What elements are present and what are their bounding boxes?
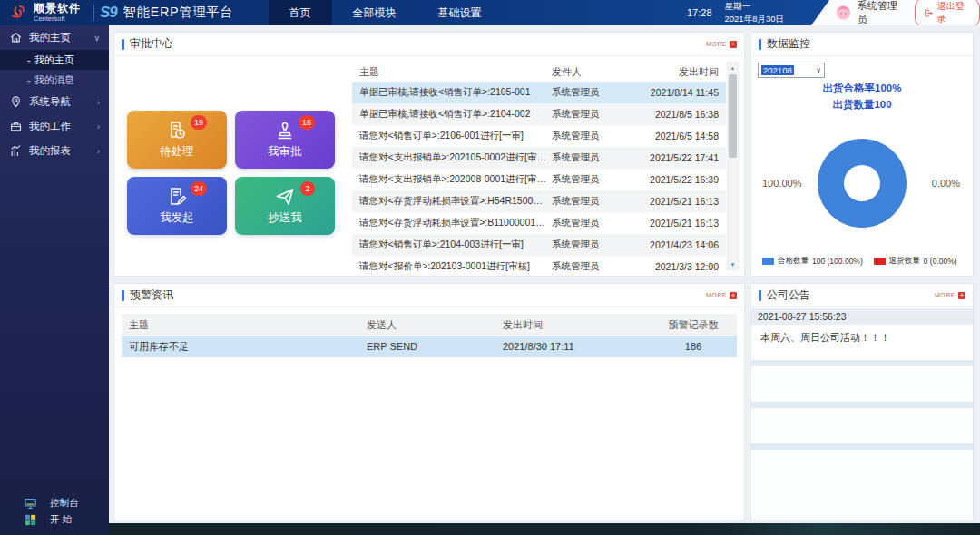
tile-my-approvals[interactable]: 我审批 16 (235, 111, 335, 169)
table-row[interactable]: 请您对<支出报销单>:202105-0002进行[审核] 系统管理员 2021/… (352, 147, 726, 169)
approval-table: 主题 发件人 发出时间 单据已审核,请接收<销售订单>:2105-001 系统管… (352, 62, 726, 270)
alerts-more-button[interactable]: MORE + (706, 292, 737, 299)
header-divider (93, 5, 94, 21)
weekday-label: 星期一 (725, 0, 784, 13)
alerts-table: 主题 发送人 发出时间 预警记录数 可用库存不足 ERP SEND 2021/8… (122, 314, 737, 357)
data-monitor-panel: 数据监控 202108 ∨ 出货合格率100% 出货数量100 100.00% … (750, 32, 974, 277)
top-header: 顺景软件 Centersoft S9 智能ERP管理平台 首页 全部模块 基础设… (0, 0, 980, 25)
donut-right-label: 0.00% (932, 178, 960, 189)
legend-color-qualified (762, 258, 774, 265)
table-row[interactable]: 请您对<销售订单>:2104-003进行[一审] 系统管理员 2021/4/23… (352, 234, 726, 256)
tab-all-modules[interactable]: 全部模块 (332, 0, 417, 25)
paper-plane-icon (274, 186, 296, 208)
announcement-divider (751, 360, 973, 366)
sidebar-item-my-work[interactable]: 我的工作 › (0, 114, 109, 139)
product-logo: S9 (100, 4, 117, 22)
chevron-down-icon: ∨ (816, 66, 821, 74)
chevron-right-icon: › (97, 147, 100, 156)
table-row[interactable]: 单据已审核,请接收<销售订单>:2105-001 系统管理员 2021/8/14… (352, 82, 726, 103)
monitor-summary: 出货合格率100% 出货数量100 (751, 80, 973, 113)
table-row[interactable]: 请您对<存货浮动耗损率设置>:B11000001进行[审核] 系统管理员 202… (352, 212, 726, 234)
approval-tiles: 待处理 19 我审批 16 我发起 24 (127, 111, 338, 235)
data-monitor-title: 数据监控 (767, 36, 810, 52)
logout-icon (924, 8, 933, 18)
panel-accent-bar (122, 290, 124, 301)
sidebar: 我的主页 ∨ - 我的主页 - 我的消息 系统导航 › 我的工作 › (0, 25, 109, 535)
user-avatar[interactable] (835, 4, 852, 22)
table-row[interactable]: 可用库存不足 ERP SEND 2021/8/30 17:11 186 (122, 336, 737, 357)
badge-count: 2 (300, 181, 315, 196)
chevron-right-icon: › (97, 122, 100, 131)
announcements-more-button[interactable]: MORE + (935, 292, 965, 299)
donut-chart: 100.00% 0.00% (751, 131, 973, 236)
table-row[interactable]: 单据已审核,请接收<销售订单>:2104-002 系统管理员 2021/8/5 … (352, 103, 726, 125)
chevron-right-icon: › (97, 98, 100, 107)
announcements-title: 公司公告 (767, 287, 810, 303)
bar-chart-icon (9, 144, 23, 158)
legend-color-returned (874, 258, 886, 265)
monitor-icon (24, 497, 37, 511)
approval-table-header: 主题 发件人 发出时间 (352, 62, 726, 82)
period-select[interactable]: 202108 ∨ (758, 63, 825, 78)
scroll-down-icon[interactable]: ▼ (730, 259, 736, 269)
brand-logo: 顺景软件 Centersoft (0, 0, 88, 25)
chevron-down-icon: ∨ (93, 34, 100, 43)
brand-swirl-icon (9, 3, 29, 23)
announcement-content: 本周六、周日公司活动！！！ (751, 325, 973, 357)
brand-subname: Centersoft (34, 15, 81, 23)
user-area: 系统管理员 退出登录 (811, 0, 980, 25)
announcement-date[interactable]: 2021-08-27 15:56:23 (751, 308, 973, 325)
location-pin-icon (9, 95, 23, 109)
announcement-divider (751, 443, 973, 450)
clock-time: 17:28 (687, 0, 712, 25)
approval-scrollbar[interactable]: ▲ ▼ (727, 62, 739, 270)
table-row[interactable]: 请您对<销售订单>:2106-001进行[一审] 系统管理员 2021/6/5 … (352, 125, 726, 147)
panel-accent-bar (122, 39, 124, 50)
date-label: 2021年8月30日 (725, 13, 784, 25)
panel-accent-bar (759, 290, 761, 301)
approval-center-title: 审批中心 (130, 36, 173, 52)
chart-legend: 合格数量 100 (100.00%) 退货数量 0 (0.00%) (762, 256, 957, 267)
more-icon: + (730, 41, 737, 48)
product-title: 智能ERP管理平台 (123, 5, 234, 21)
doc-pen-icon (166, 186, 188, 208)
alerts-panel: 预警资讯 MORE + 主题 发送人 发出时间 预警记录数 可用库存不足 ERP… (113, 283, 745, 520)
doc-clock-icon (166, 120, 188, 141)
logout-button[interactable]: 退出登录 (915, 0, 980, 28)
donut-ring (818, 139, 906, 228)
logout-label: 退出登录 (937, 0, 971, 25)
start-button[interactable]: 开 始 (0, 511, 109, 528)
announcements-panel: 公司公告 MORE + 2021-08-27 15:56:23 本周六、周日公司… (750, 283, 974, 520)
table-row[interactable]: 请您对<支出报销单>:202008-0001进行[审核] 系统管理员 2021/… (352, 169, 726, 190)
alerts-table-header: 主题 发送人 发出时间 预警记录数 (122, 314, 737, 336)
console-button[interactable]: 控制台 (0, 495, 109, 511)
sidebar-item-my-reports[interactable]: 我的报表 › (0, 139, 109, 163)
scrollbar-thumb[interactable] (729, 74, 737, 158)
tile-cc-to-me[interactable]: 抄送我 2 (235, 177, 335, 235)
announcement-divider (751, 402, 973, 408)
sidebar-subitem-my-messages[interactable]: - 我的消息 (0, 70, 109, 90)
more-icon: + (958, 292, 965, 299)
home-icon (9, 31, 23, 44)
donut-left-label: 100.00% (762, 178, 801, 189)
sidebar-item-my-home[interactable]: 我的主页 ∨ (0, 25, 109, 50)
approval-center-panel: 审批中心 MORE + 待处理 19 我 (113, 32, 745, 277)
sidebar-item-system-nav[interactable]: 系统导航 › (0, 90, 109, 114)
approval-more-button[interactable]: MORE + (706, 41, 737, 48)
more-icon: + (730, 292, 737, 299)
alerts-title: 预警资讯 (130, 287, 173, 303)
tile-pending[interactable]: 待处理 19 (127, 111, 227, 169)
brand-name: 顺景软件 (34, 3, 81, 14)
stamp-icon (274, 120, 296, 141)
tab-home[interactable]: 首页 (269, 0, 332, 25)
panel-accent-bar (759, 39, 761, 50)
sidebar-subitem-my-home[interactable]: - 我的主页 (0, 50, 109, 70)
table-row[interactable]: 请您对<存货浮动耗损率设置>:H54R15006002进行[审核] 系统管理员 … (352, 190, 726, 212)
start-grid-icon (24, 513, 37, 527)
tile-initiated-by-me[interactable]: 我发起 24 (127, 177, 227, 235)
tab-basic-settings[interactable]: 基础设置 (417, 0, 503, 25)
table-row[interactable]: 请您对<报价单>:202103-0001进行[审核] 系统管理员 2021/3/… (352, 256, 726, 277)
bottom-bar (109, 523, 980, 535)
badge-count: 24 (191, 181, 207, 196)
scroll-up-icon[interactable]: ▲ (730, 63, 736, 73)
